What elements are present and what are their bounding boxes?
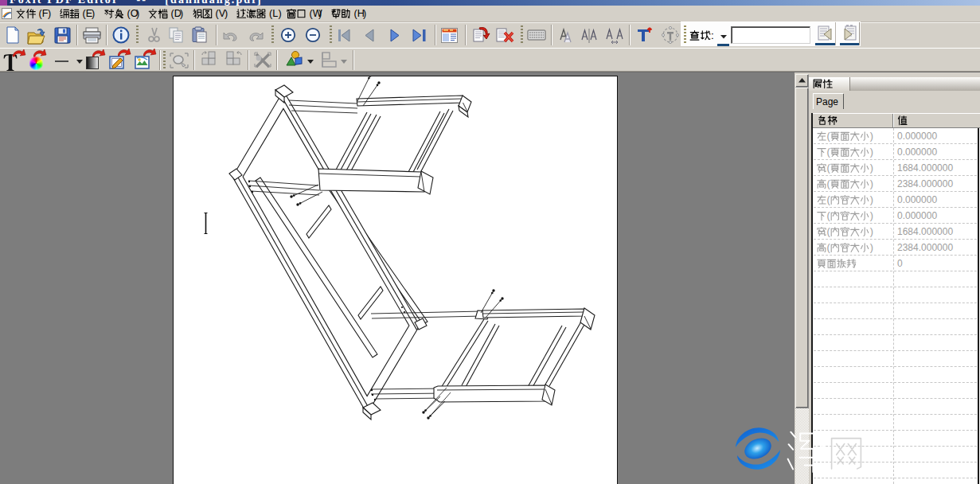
svg-text:): ) xyxy=(225,9,228,19)
svg-text:(: ( xyxy=(827,179,831,189)
svg-text:): ) xyxy=(48,9,51,19)
svg-text:): ) xyxy=(279,9,282,19)
svg-text:(: ( xyxy=(827,243,831,253)
svg-text:): ) xyxy=(180,9,183,19)
svg-text:): ) xyxy=(870,211,873,221)
svg-text:(: ( xyxy=(827,211,831,221)
svg-text:(: ( xyxy=(827,195,831,205)
svg-text:): ) xyxy=(870,179,873,189)
svg-text:): ) xyxy=(92,9,95,19)
svg-text:): ) xyxy=(870,163,873,174)
svg-text:L: L xyxy=(272,9,278,19)
svg-text:(: ( xyxy=(827,227,831,237)
svg-text:(: ( xyxy=(827,131,831,142)
svg-text:(: ( xyxy=(827,163,831,174)
svg-text:): ) xyxy=(870,147,873,158)
svg-text:): ) xyxy=(870,131,873,142)
svg-text:): ) xyxy=(870,195,873,205)
svg-text:(: ( xyxy=(827,147,831,158)
svg-text:): ) xyxy=(363,9,366,19)
svg-text::: : xyxy=(711,30,714,41)
svg-text:): ) xyxy=(136,9,139,19)
svg-text:): ) xyxy=(870,243,873,253)
svg-text:): ) xyxy=(870,227,873,237)
svg-text:): ) xyxy=(318,9,322,19)
